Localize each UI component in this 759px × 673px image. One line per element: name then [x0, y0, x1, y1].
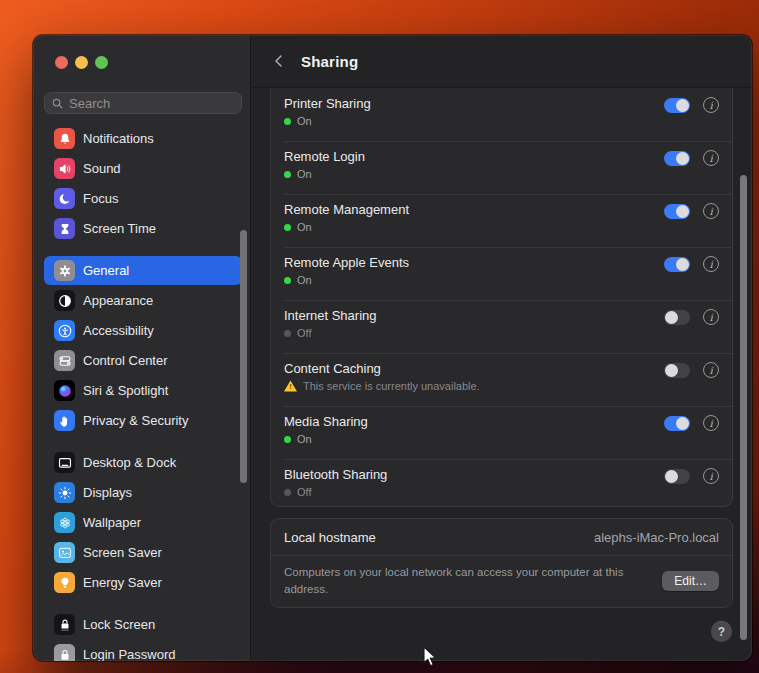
- sidebar-item-siri-spotlight[interactable]: Siri & Spotlight: [44, 376, 242, 405]
- remote-apple-events-toggle[interactable]: [664, 257, 690, 272]
- gear-icon: [54, 260, 75, 281]
- sidebar-item-general[interactable]: General: [44, 256, 242, 285]
- service-label: Remote Apple Events: [284, 255, 409, 270]
- back-button[interactable]: [269, 51, 289, 71]
- service-row-remote-management: Remote Management On i: [271, 194, 732, 247]
- pane-content: Printer Sharing On i Remote Login On i R…: [251, 88, 752, 661]
- media-sharing-toggle[interactable]: [664, 416, 690, 431]
- window-icon: [54, 452, 75, 473]
- help-button[interactable]: ?: [711, 621, 732, 642]
- status-dot: [284, 436, 291, 443]
- sidebar-group: General Appearance Accessibility Control…: [44, 256, 242, 435]
- hostname-description-row: Computers on your local network can acce…: [271, 556, 732, 607]
- picture-icon: [54, 542, 75, 563]
- service-status: On: [297, 433, 312, 445]
- accessibility-icon: [54, 320, 75, 341]
- service-label: Printer Sharing: [284, 96, 371, 111]
- info-button[interactable]: i: [703, 309, 719, 325]
- zoom-window-button[interactable]: [95, 56, 108, 69]
- toggle-knob: [676, 258, 689, 271]
- status-dot: [284, 330, 291, 337]
- status-dot: [284, 118, 291, 125]
- sidebar-group: Desktop & Dock Displays Wallpaper Screen…: [44, 448, 242, 597]
- status-dot: [284, 224, 291, 231]
- search-placeholder: Search: [69, 96, 110, 111]
- sidebar-item-screen-saver[interactable]: Screen Saver: [44, 538, 242, 567]
- warning-icon: !: [284, 381, 297, 392]
- sidebar-item-control-center[interactable]: Control Center: [44, 346, 242, 375]
- pane-header: Sharing: [251, 35, 752, 88]
- service-status: On: [297, 115, 312, 127]
- content-caching-toggle[interactable]: [664, 363, 690, 378]
- service-status: Off: [297, 327, 311, 339]
- sidebar-nav: Notifications Sound Focus Screen Time Ge…: [44, 124, 242, 661]
- remote-login-toggle[interactable]: [664, 151, 690, 166]
- sidebar-item-wallpaper[interactable]: Wallpaper: [44, 508, 242, 537]
- hourglass-icon: [54, 218, 75, 239]
- sharing-pane: Sharing Printer Sharing On i Remote Logi…: [251, 35, 752, 661]
- minimize-window-button[interactable]: [75, 56, 88, 69]
- service-label: Remote Login: [284, 149, 365, 164]
- sidebar-group: Lock Screen Login Password: [44, 610, 242, 661]
- sidebar-item-accessibility[interactable]: Accessibility: [44, 316, 242, 345]
- search-input[interactable]: Search: [44, 92, 242, 114]
- sidebar-item-lock-screen[interactable]: Lock Screen: [44, 610, 242, 639]
- toggles-icon: [54, 350, 75, 371]
- status-dot: [284, 489, 291, 496]
- status-dot: [284, 277, 291, 284]
- bluetooth-sharing-toggle[interactable]: [664, 469, 690, 484]
- hostname-description: Computers on your local network can acce…: [284, 564, 636, 597]
- sidebar-item-sound[interactable]: Sound: [44, 154, 242, 183]
- sidebar-item-energy-saver[interactable]: Energy Saver: [44, 568, 242, 597]
- flower-icon: [54, 512, 75, 533]
- search-icon: [51, 97, 64, 110]
- service-label: Internet Sharing: [284, 308, 377, 323]
- window-controls: [33, 35, 250, 69]
- sidebar-item-notifications[interactable]: Notifications: [44, 124, 242, 153]
- sidebar-item-focus[interactable]: Focus: [44, 184, 242, 213]
- toggle-knob: [665, 364, 678, 377]
- status-dot: [284, 171, 291, 178]
- sidebar-item-screen-time[interactable]: Screen Time: [44, 214, 242, 243]
- bell-icon: [54, 128, 75, 149]
- page-title: Sharing: [301, 53, 358, 70]
- service-row-bluetooth-sharing: Bluetooth Sharing Off i: [271, 459, 732, 506]
- info-button[interactable]: i: [703, 256, 719, 272]
- sidebar-scrollbar[interactable]: [240, 230, 247, 483]
- contrast-icon: [54, 290, 75, 311]
- toggle-knob: [676, 152, 689, 165]
- service-row-remote-apple-events: Remote Apple Events On i: [271, 247, 732, 300]
- service-row-media-sharing: Media Sharing On i: [271, 406, 732, 459]
- sidebar-item-displays[interactable]: Displays: [44, 478, 242, 507]
- service-status: This service is currently unavailable.: [303, 380, 480, 392]
- speaker-icon: [54, 158, 75, 179]
- bulb-icon: [54, 572, 75, 593]
- service-status: Off: [297, 486, 311, 498]
- system-settings-window: Search Notifications Sound Focus Screen …: [33, 35, 752, 661]
- sidebar: Search Notifications Sound Focus Screen …: [33, 35, 251, 661]
- sun-icon: [54, 482, 75, 503]
- service-row-remote-login: Remote Login On i: [271, 141, 732, 194]
- toggle-knob: [676, 205, 689, 218]
- close-window-button[interactable]: [55, 56, 68, 69]
- toggle-knob: [676, 99, 689, 112]
- info-button[interactable]: i: [703, 97, 719, 113]
- info-button[interactable]: i: [703, 468, 719, 484]
- service-status: On: [297, 168, 312, 180]
- sidebar-item-appearance[interactable]: Appearance: [44, 286, 242, 315]
- edit-hostname-button[interactable]: Edit…: [662, 571, 719, 591]
- info-button[interactable]: i: [703, 362, 719, 378]
- info-button[interactable]: i: [703, 415, 719, 431]
- printer-sharing-toggle[interactable]: [664, 98, 690, 113]
- local-hostname-card: Local hostname alephs-iMac-Pro.local Com…: [270, 518, 733, 608]
- remote-management-toggle[interactable]: [664, 204, 690, 219]
- info-button[interactable]: i: [703, 203, 719, 219]
- sidebar-item-login-password[interactable]: Login Password: [44, 640, 242, 661]
- info-button[interactable]: i: [703, 150, 719, 166]
- local-hostname-row: Local hostname alephs-iMac-Pro.local: [271, 519, 732, 555]
- internet-sharing-toggle[interactable]: [664, 310, 690, 325]
- toggle-knob: [676, 417, 689, 430]
- sidebar-item-privacy-security[interactable]: Privacy & Security: [44, 406, 242, 435]
- main-scrollbar[interactable]: [740, 175, 747, 640]
- sidebar-item-desktop-dock[interactable]: Desktop & Dock: [44, 448, 242, 477]
